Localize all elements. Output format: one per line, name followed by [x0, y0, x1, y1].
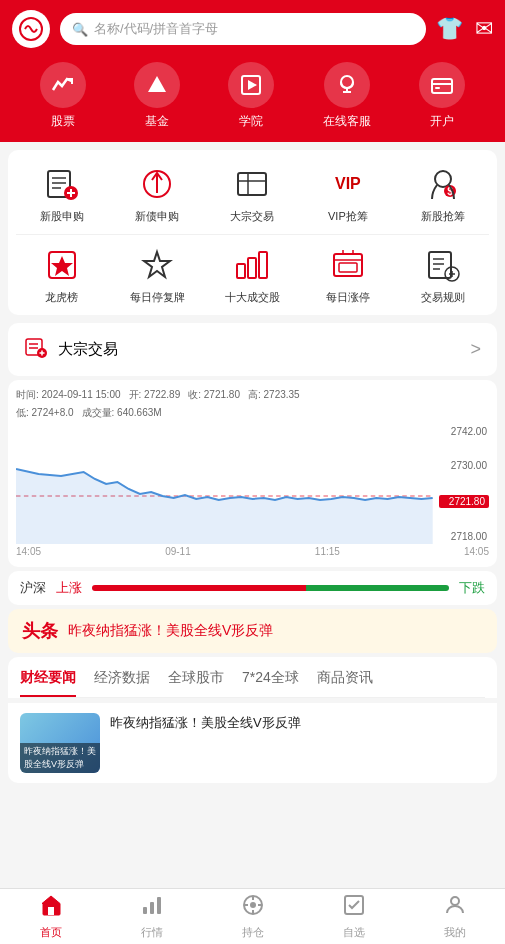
open-icon [419, 62, 465, 108]
mine-icon [443, 893, 467, 923]
chart-open: 开: 2722.89 [129, 388, 181, 402]
quick-top10[interactable]: 十大成交股 [207, 245, 298, 305]
quick-new-bond[interactable]: 新债申购 [111, 164, 202, 224]
bottom-nav: 首页 行情 持仓 [0, 888, 505, 944]
block-icon [232, 164, 272, 204]
svg-rect-9 [435, 87, 440, 89]
svg-rect-29 [248, 258, 256, 278]
banner-left: 大宗交易 [24, 335, 118, 364]
quick-ipo-grab[interactable]: $ 新股抢筹 [398, 164, 489, 224]
quick-vip[interactable]: VIP VIP抢筹 [302, 164, 393, 224]
news-title-1: 昨夜纳指猛涨！美股全线V形反弹 [110, 715, 301, 730]
daily-suspend-label: 每日停复牌 [130, 290, 185, 305]
nav-tab-market[interactable]: 行情 [101, 889, 202, 944]
news-thumb-text: 昨夜纳指猛涨！美股全线V形反弹 [20, 743, 100, 773]
header: 🔍 名称/代码/拼音首字母 👕 ✉ 股票 基金 [0, 0, 505, 142]
tab-commodity[interactable]: 商品资讯 [317, 669, 373, 697]
nav-tab-watchlist[interactable]: 自选 [303, 889, 404, 944]
top10-icon [232, 245, 272, 285]
tab-724[interactable]: 7*24全球 [242, 669, 299, 697]
position-icon [241, 893, 265, 923]
quick-dragon-tiger[interactable]: 龙虎榜 [16, 245, 107, 305]
chart-high: 高: 2723.35 [248, 388, 300, 402]
down-label: 下跌 [459, 579, 485, 597]
nav-open[interactable]: 开户 [419, 62, 465, 130]
headline-banner[interactable]: 头条 昨夜纳指猛涨！美股全线V形反弹 [8, 609, 497, 653]
chart-volume: 成交量: 640.663M [82, 406, 162, 420]
svg-point-56 [250, 902, 256, 908]
block-trade-banner[interactable]: 大宗交易 > [8, 323, 497, 376]
svg-marker-3 [248, 80, 257, 90]
nav-tab-home[interactable]: 首页 [0, 889, 101, 944]
service-label: 在线客服 [323, 113, 371, 130]
banner-icon [24, 335, 48, 364]
vip-label: VIP抢筹 [328, 209, 368, 224]
service-icon [324, 62, 370, 108]
fund-label: 基金 [145, 113, 169, 130]
nav-tab-mine[interactable]: 我的 [404, 889, 505, 944]
position-label: 持仓 [242, 925, 264, 940]
nav-service[interactable]: 在线客服 [323, 62, 371, 130]
nav-academy[interactable]: 学院 [228, 62, 274, 130]
headline-text: 昨夜纳指猛涨！美股全线V形反弹 [68, 622, 273, 640]
chart-info: 时间: 2024-09-11 15:00 开: 2722.89 收: 2721.… [16, 388, 489, 402]
nav-fund[interactable]: 基金 [134, 62, 180, 130]
svg-point-22 [435, 171, 451, 187]
search-bar[interactable]: 🔍 名称/代码/拼音首字母 [60, 13, 426, 45]
vip-icon: VIP [328, 164, 368, 204]
block-label: 大宗交易 [230, 209, 274, 224]
dragon-tiger-icon [42, 245, 82, 285]
tab-economy[interactable]: 经济数据 [94, 669, 150, 697]
daily-limit-icon [328, 245, 368, 285]
open-label: 开户 [430, 113, 454, 130]
chart-info2: 低: 2724+8.0 成交量: 640.663M [16, 406, 489, 420]
new-bond-label: 新债申购 [135, 209, 179, 224]
new-ipo-label: 新股申购 [40, 209, 84, 224]
tabs-row: 财经要闻 经济数据 全球股市 7*24全球 商品资讯 [20, 669, 485, 698]
axis-val-1: 2742.00 [439, 426, 489, 437]
main-nav: 股票 基金 学院 [12, 62, 493, 130]
svg-marker-27 [144, 252, 170, 277]
news-thumb-img: 昨夜纳指猛涨！美股全线V形反弹 [20, 713, 100, 773]
market-label: 行情 [141, 925, 163, 940]
home-icon [39, 893, 63, 923]
chart-y-axis: 2742.00 2730.00 2721.80 2718.00 [439, 424, 489, 544]
fund-icon [134, 62, 180, 108]
news-tabs: 财经要闻 经济数据 全球股市 7*24全球 商品资讯 [8, 657, 497, 698]
axis-val-2: 2730.00 [439, 460, 489, 471]
quick-new-ipo[interactable]: 新股申购 [16, 164, 107, 224]
quick-daily-limit[interactable]: 每日涨停 [302, 245, 393, 305]
up-label: 上涨 [56, 579, 82, 597]
market-chart: 时间: 2024-09-11 15:00 开: 2722.89 收: 2721.… [8, 380, 497, 567]
nav-stock[interactable]: 股票 [40, 62, 86, 130]
market-label: 沪深 [20, 579, 46, 597]
shirt-icon[interactable]: 👕 [436, 16, 463, 42]
svg-rect-33 [339, 263, 357, 272]
home-label: 首页 [40, 925, 62, 940]
market-breadth: 沪深 上涨 下跌 [8, 571, 497, 605]
stock-label: 股票 [51, 113, 75, 130]
quick-daily-suspend[interactable]: 每日停复牌 [111, 245, 202, 305]
mail-icon[interactable]: ✉ [475, 16, 493, 42]
axis-val-4: 2718.00 [439, 531, 489, 542]
market-icon [140, 893, 164, 923]
svg-rect-30 [259, 252, 267, 278]
news-item-1[interactable]: 昨夜纳指猛涨！美股全线V形反弹 昨夜纳指猛涨！美股全线V形反弹 [8, 702, 497, 783]
quick-trade-rules[interactable]: 交易规则 [398, 245, 489, 305]
svg-rect-53 [150, 902, 154, 914]
axis-val-3: 2721.80 [439, 495, 489, 508]
tab-global[interactable]: 全球股市 [168, 669, 224, 697]
svg-rect-28 [237, 264, 245, 278]
watchlist-icon [342, 893, 366, 923]
quick-block[interactable]: 大宗交易 [207, 164, 298, 224]
svg-rect-52 [143, 907, 147, 914]
tab-financial[interactable]: 财经要闻 [20, 669, 76, 697]
svg-rect-19 [238, 173, 266, 195]
banner-arrow: > [470, 339, 481, 360]
trade-rules-icon [423, 245, 463, 285]
svg-rect-36 [429, 252, 451, 278]
nav-tab-position[interactable]: 持仓 [202, 889, 303, 944]
chart-area[interactable]: 2742.00 2730.00 2721.80 2718.00 [16, 424, 489, 544]
logo[interactable] [12, 10, 50, 48]
quick-menu-row2: 龙虎榜 每日停复牌 十大成交股 [16, 245, 489, 305]
